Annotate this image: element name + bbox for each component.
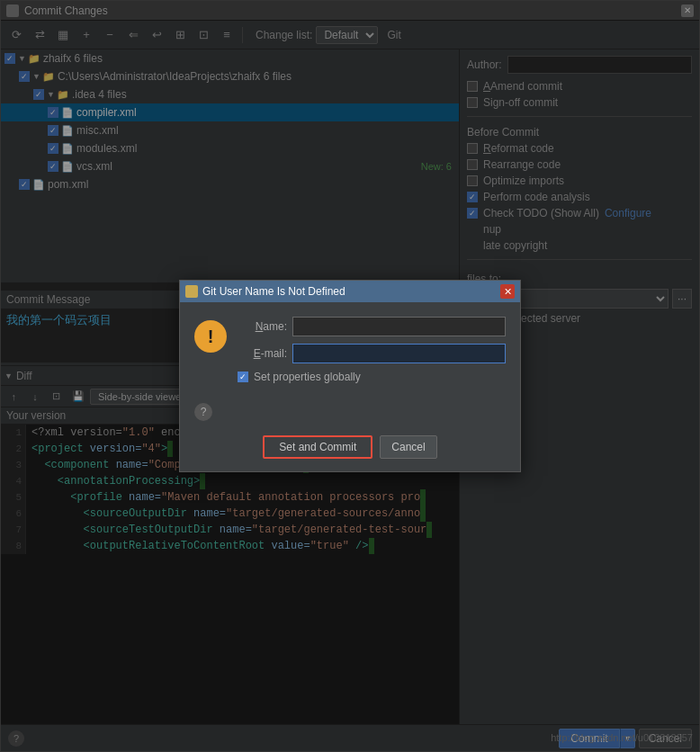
dialog-title-text: Git User Name Is Not Defined bbox=[202, 285, 346, 298]
dialog-name-row: Name: bbox=[238, 317, 506, 336]
set-and-commit-button[interactable]: Set and Commit bbox=[263, 435, 372, 459]
dialog-title-icon bbox=[185, 285, 198, 298]
dialog-global-label: Set properties globally bbox=[254, 371, 361, 383]
git-user-dialog: Git User Name Is Not Defined ✕ ! Name: E… bbox=[179, 280, 521, 472]
dialog-email-label: E-mail: bbox=[238, 347, 287, 360]
warning-icon: ! bbox=[194, 320, 227, 353]
dialog-title-bar: Git User Name Is Not Defined ✕ bbox=[180, 281, 520, 302]
dialog-overlay: Git User Name Is Not Defined ✕ ! Name: E… bbox=[0, 0, 700, 752]
dialog-icon-area: ! bbox=[194, 317, 227, 389]
dialog-footer: ? bbox=[180, 403, 520, 428]
dialog-close-button[interactable]: ✕ bbox=[500, 284, 515, 299]
dialog-email-row: E-mail: bbox=[238, 344, 506, 363]
dialog-email-input[interactable] bbox=[292, 344, 506, 363]
dialog-global-checkbox-row: ✓ Set properties globally bbox=[238, 371, 506, 383]
dialog-global-checkbox[interactable]: ✓ bbox=[238, 372, 248, 382]
dialog-actions: Set and Commit Cancel bbox=[180, 428, 520, 471]
dialog-body: ! Name: E-mail: ✓ Set properties globall… bbox=[180, 302, 520, 403]
dialog-help-button[interactable]: ? bbox=[194, 403, 212, 421]
dialog-name-label: Name: bbox=[238, 320, 287, 333]
dialog-name-input[interactable] bbox=[292, 317, 506, 336]
dialog-cancel-button[interactable]: Cancel bbox=[380, 435, 436, 459]
dialog-form: Name: E-mail: ✓ Set properties globally bbox=[238, 317, 506, 389]
